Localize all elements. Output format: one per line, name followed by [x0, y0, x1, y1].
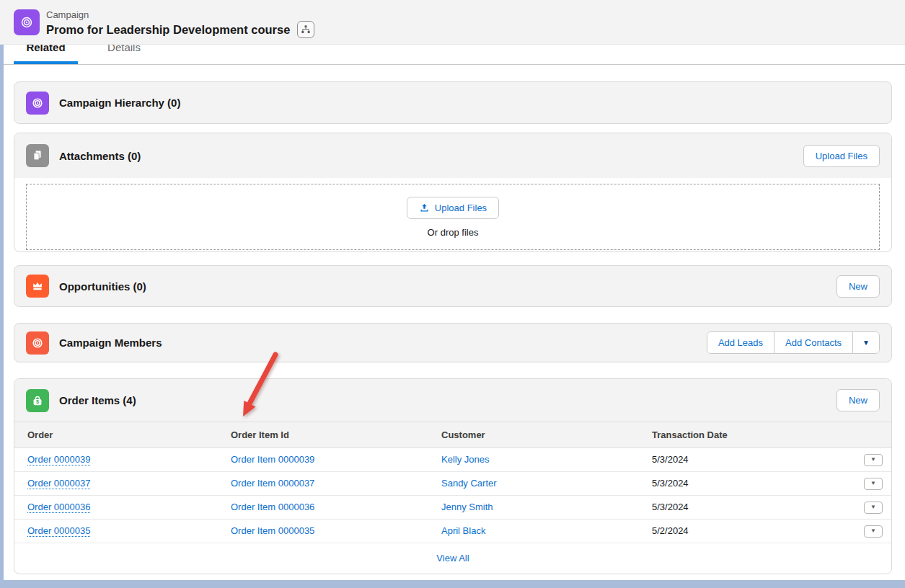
row-actions-dropdown[interactable]: ▼ [864, 502, 883, 514]
table-header-row: Order Order Item Id Customer Transaction… [14, 422, 891, 447]
campaign-members-card: Campaign Members Add Leads Add Contacts … [14, 323, 892, 362]
transaction-date: 5/3/2024 [652, 502, 689, 512]
opportunities-icon [26, 275, 49, 298]
column-header-order-item-id: Order Item Id [218, 422, 428, 447]
campaign-hierarchy-card: Campaign Hierarchy (0) [14, 81, 892, 124]
column-header-actions [851, 422, 891, 447]
chevron-down-icon: ▼ [870, 528, 876, 534]
page-edge-bottom [0, 580, 905, 588]
add-leads-button[interactable]: Add Leads [707, 332, 774, 353]
customer-link[interactable]: Kelly Jones [441, 454, 489, 465]
upload-icon [419, 202, 430, 213]
transaction-date: 5/3/2024 [652, 478, 689, 489]
dropzone-upload-files-button[interactable]: Upload Files [407, 197, 499, 219]
order-link[interactable]: Order 0000035 [27, 525, 90, 536]
campaign-members-title[interactable]: Campaign Members [59, 337, 162, 349]
campaign-hierarchy-title[interactable]: Campaign Hierarchy (0) [59, 97, 180, 109]
money-bag-icon: $ [30, 393, 45, 408]
transaction-date: 5/2/2024 [652, 525, 689, 536]
chevron-down-icon: ▼ [870, 481, 876, 486]
tab-related[interactable]: Related [14, 45, 78, 53]
customer-link[interactable]: Jenny Smith [441, 502, 493, 512]
related-lists-container: Campaign Hierarchy (0) Attachments (0) U… [0, 81, 905, 574]
campaign-hierarchy-icon [26, 92, 49, 115]
attachments-icon [26, 144, 49, 167]
table-row: Order 0000037 Order Item 0000037 Sandy C… [14, 471, 891, 495]
record-header: Campaign Promo for Leadership Developmen… [0, 0, 905, 45]
column-header-customer: Customer [428, 422, 639, 447]
customer-link[interactable]: Sandy Carter [441, 478, 497, 489]
active-tab-indicator [14, 61, 78, 64]
campaign-members-icon [26, 331, 49, 355]
order-link[interactable]: Order 0000036 [27, 502, 90, 512]
campaign-record-page: Campaign Promo for Leadership Developmen… [0, 0, 905, 588]
row-actions-dropdown[interactable]: ▼ [864, 478, 883, 490]
order-item-link[interactable]: Order Item 0000036 [231, 502, 314, 512]
order-items-title[interactable]: Order Items (4) [59, 394, 136, 406]
page-title: Promo for Leadership Development course [46, 22, 290, 37]
record-tabbar: Related Details [0, 45, 905, 65]
opportunities-title[interactable]: Opportunities (0) [59, 280, 146, 293]
row-actions-dropdown[interactable]: ▼ [864, 525, 883, 538]
new-opportunity-button[interactable]: New [836, 275, 880, 298]
order-item-link[interactable]: Order Item 0000037 [231, 478, 314, 489]
tab-details[interactable]: Details [78, 45, 170, 53]
upload-files-button[interactable]: Upload Files [803, 145, 880, 167]
bullseye-icon [30, 336, 45, 350]
column-header-order: Order [14, 422, 218, 447]
file-dropzone[interactable]: Upload Files Or drop files [26, 184, 880, 250]
transaction-date: 5/3/2024 [652, 454, 689, 465]
chevron-down-icon: ▼ [870, 504, 876, 510]
opportunities-card: Opportunities (0) New [14, 265, 892, 307]
row-actions-dropdown[interactable]: ▼ [864, 454, 883, 466]
bullseye-icon [30, 96, 45, 110]
column-header-transaction-date: Transaction Date [639, 422, 851, 447]
chevron-down-icon: ▼ [862, 339, 870, 347]
page-edge-left [0, 45, 4, 588]
dropzone-upload-label: Upload Files [435, 202, 487, 213]
table-row: Order 0000035 Order Item 0000035 April B… [14, 519, 891, 543]
drop-files-hint: Or drop files [428, 227, 479, 238]
attachments-title[interactable]: Attachments (0) [59, 150, 141, 162]
order-items-table: Order Order Item Id Customer Transaction… [14, 422, 891, 543]
order-items-card: $ Order Items (4) New Order Order Item I… [14, 378, 892, 574]
order-items-card-header: $ Order Items (4) New [14, 379, 891, 422]
order-items-footer: View All [14, 543, 891, 574]
new-order-item-button[interactable]: New [836, 389, 880, 411]
campaign-members-actions: Add Leads Add Contacts ▼ [707, 331, 880, 354]
hierarchy-icon [300, 24, 312, 35]
attachments-card-header: Attachments (0) Upload Files [14, 133, 891, 178]
customer-link[interactable]: April Black [441, 525, 485, 536]
order-items-icon: $ [26, 389, 49, 412]
crown-icon [30, 279, 45, 293]
order-link[interactable]: Order 0000039 [27, 454, 90, 465]
object-label: Campaign [46, 9, 314, 20]
table-row: Order 0000039 Order Item 0000039 Kelly J… [14, 447, 891, 471]
members-more-actions-dropdown[interactable]: ▼ [853, 332, 879, 353]
chevron-down-icon: ▼ [870, 457, 876, 463]
order-link[interactable]: Order 0000037 [27, 478, 90, 489]
bullseye-icon [19, 14, 35, 30]
view-all-link[interactable]: View All [436, 553, 469, 564]
order-item-link[interactable]: Order Item 0000035 [231, 525, 314, 536]
order-item-link[interactable]: Order Item 0000039 [231, 454, 314, 465]
note-icon [30, 148, 45, 163]
attachments-card: Attachments (0) Upload Files Upload File… [14, 133, 892, 252]
view-campaign-hierarchy-button[interactable] [297, 21, 314, 38]
campaign-object-icon [14, 9, 40, 35]
table-row: Order 0000036 Order Item 0000036 Jenny S… [14, 495, 891, 519]
add-contacts-button[interactable]: Add Contacts [774, 332, 853, 353]
record-header-text: Campaign Promo for Leadership Developmen… [46, 9, 314, 38]
